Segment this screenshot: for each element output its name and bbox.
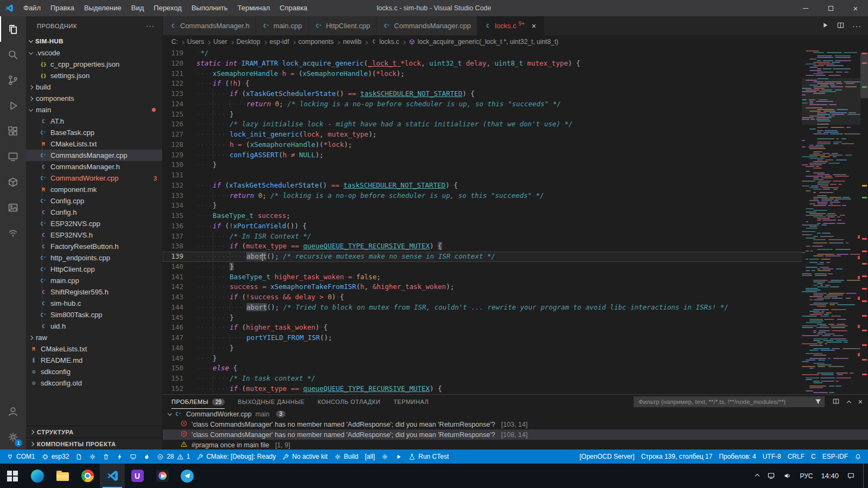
tree-file-CommandWorker.cpp[interactable]: C⁺CommandWorker.cpp3 <box>26 172 162 184</box>
cmake-kit[interactable]: No active kit <box>279 450 330 464</box>
activity-extensions-icon[interactable] <box>0 118 26 144</box>
activity-source-control-icon[interactable] <box>0 67 26 93</box>
tree-file-CommandsManager.h[interactable]: CCommandsManager.h <box>26 161 162 172</box>
menu-7[interactable]: Справка <box>275 0 312 16</box>
tree-file-ESP32NVS.h[interactable]: CESP32NVS.h <box>26 229 162 241</box>
tree-file-BaseTask.cpp[interactable]: C⁺BaseTask.cpp <box>26 127 162 138</box>
cmake-status[interactable]: CMake: [Debug]: Ready <box>193 450 279 464</box>
taskbar-edge[interactable] <box>25 464 50 488</box>
tree-file-settings.json[interactable]: {}settings.json <box>26 70 162 81</box>
monitor-device[interactable] <box>126 450 140 464</box>
breadcrumb-item[interactable]: Desktop <box>237 38 260 46</box>
close-button[interactable]: × <box>843 0 868 16</box>
activity-image-icon[interactable] <box>0 195 26 220</box>
editor-more-actions[interactable]: ··· <box>852 22 861 30</box>
menu-5[interactable]: Выполнить <box>187 0 233 16</box>
sidebar-section-0[interactable]: СТРУКТУРА <box>26 426 162 438</box>
tab-HttpClient.cpp[interactable]: C⁺HttpClient.cpp <box>309 16 377 35</box>
menu-6[interactable]: Терминал <box>233 0 275 16</box>
tree-file-ShiftRegister595.h[interactable]: CShiftRegister595.h <box>26 286 162 298</box>
activity-antenna-icon[interactable] <box>0 220 26 246</box>
problems-filter-input[interactable] <box>634 396 825 407</box>
cmake-settings[interactable] <box>378 450 392 464</box>
clock[interactable]: 14:40 <box>821 472 839 480</box>
taskbar-chrome[interactable] <box>75 464 100 488</box>
keyboard-layout[interactable]: РУС <box>800 472 813 480</box>
taskbar-u-app[interactable]: U <box>125 464 150 488</box>
eol[interactable]: CRLF <box>784 450 808 464</box>
problem-row[interactable]: 'class CommandsManager' has no member na… <box>163 429 868 440</box>
tree-file-Sim800Task.cpp[interactable]: C⁺Sim800Task.cpp <box>26 309 162 320</box>
volume-icon[interactable] <box>783 472 792 480</box>
device-target[interactable]: esp32 <box>39 450 73 464</box>
activity-search-icon[interactable] <box>0 42 26 67</box>
activity-run-debug-icon[interactable] <box>0 93 26 118</box>
tab-CommandsManager.h[interactable]: CCommandsManager.h <box>163 16 256 35</box>
tree-folder-build[interactable]: build <box>26 81 162 93</box>
panel-tab-КОНСОЛЬ ОТЛАДКИ[interactable]: КОНСОЛЬ ОТЛАДКИ <box>318 395 381 409</box>
menu-3[interactable]: Вид <box>126 0 149 16</box>
taskbar-file-explorer[interactable] <box>50 464 75 488</box>
more-actions-icon[interactable]: ··· <box>146 22 155 30</box>
action-center-icon[interactable] <box>847 472 855 480</box>
taskbar-media-player[interactable] <box>150 464 175 488</box>
breadcrumb-item[interactable]: User <box>213 38 227 46</box>
editor-scrollbar[interactable] <box>860 53 868 98</box>
tray-expand-icon[interactable] <box>755 473 760 478</box>
tree-file-http_endpoints.cpp[interactable]: C⁺http_endpoints.cpp <box>26 252 162 264</box>
tree-file-FactoryResetButton.h[interactable]: CFactoryResetButton.h <box>26 241 162 252</box>
tree-file-sdkconfig.old[interactable]: ⚙sdkconfig.old <box>26 377 162 389</box>
taskbar-start-button[interactable] <box>0 464 25 488</box>
tree-file-README.md[interactable]: ℹREADME.md <box>26 355 162 366</box>
problems-file-row[interactable]: C⁺CommandWorker.cppmain3 <box>163 409 868 419</box>
minimap[interactable] <box>802 48 860 394</box>
language-mode[interactable]: C <box>808 450 819 464</box>
breadcrumb-symbol[interactable]: lock_acquire_generic(_lock_t *, uint32_t… <box>409 38 559 46</box>
tree-file-CMakeLists.txt[interactable]: MCMakeLists.txt <box>26 138 162 150</box>
tree-folder-components[interactable]: components <box>26 93 162 104</box>
breadcrumb-file[interactable]: Clocks.c <box>371 38 399 46</box>
taskbar-telegram[interactable] <box>175 464 200 488</box>
run-file-button[interactable] <box>821 21 829 31</box>
breadcrumb-item[interactable]: C: <box>171 38 178 46</box>
display-tray-icon[interactable] <box>767 472 775 480</box>
tree-file-uid.h[interactable]: Cuid.h <box>26 320 162 332</box>
tree-file-AT.h[interactable]: CAT.h <box>26 115 162 127</box>
menuconfig[interactable] <box>86 450 99 464</box>
close-panel-button[interactable]: × <box>858 397 863 406</box>
maximize-panel-button[interactable] <box>847 398 851 406</box>
breadcrumb-item[interactable]: Users <box>187 38 204 46</box>
cmake-target[interactable]: [all] <box>362 450 379 464</box>
maximize-button[interactable] <box>818 0 843 16</box>
esp-idf-tools[interactable] <box>140 450 154 464</box>
tab-locks.c[interactable]: Clocks.c9+× <box>477 16 545 35</box>
close-tab-icon[interactable]: × <box>529 22 538 30</box>
breadcrumb-item[interactable]: components <box>298 38 334 46</box>
tree-folder-.vscode[interactable]: .vscode <box>26 47 162 59</box>
encoding[interactable]: UTF-8 <box>760 450 784 464</box>
workspace-root[interactable]: SIM-HUB <box>26 35 162 47</box>
ctest[interactable]: Run CTest <box>405 450 452 464</box>
serial-port[interactable]: COM1 <box>3 450 39 464</box>
tree-file-component.mk[interactable]: Mcomponent.mk <box>26 184 162 195</box>
show-desktop-button[interactable] <box>863 464 866 488</box>
tree-file-HttpClient.cpp[interactable]: C⁺HttpClient.cpp <box>26 264 162 275</box>
menu-2[interactable]: Выделение <box>79 0 126 16</box>
cursor-position[interactable]: Строка 139, столбец 17 <box>638 450 716 464</box>
cmake-build[interactable]: Build <box>331 450 362 464</box>
sidebar-section-1[interactable]: КОМПОНЕНТЫ ПРОЕКТА <box>26 438 162 450</box>
activity-files-icon[interactable] <box>0 16 26 42</box>
notifications[interactable] <box>851 450 865 464</box>
activity-account-icon[interactable] <box>0 399 26 424</box>
taskbar-vscode[interactable] <box>100 464 125 488</box>
panel-layout-button[interactable] <box>832 397 840 407</box>
problems-counter[interactable]: 281 <box>154 450 193 464</box>
problem-row[interactable]: 'class CommandsManager' has no member na… <box>163 419 868 429</box>
tree-file-Config.h[interactable]: CConfig.h <box>26 207 162 218</box>
indentation[interactable]: Пробелов: 4 <box>716 450 760 464</box>
minimize-button[interactable] <box>793 0 818 16</box>
full-clean[interactable] <box>99 450 113 464</box>
tree-file-c_cpp_properties.json[interactable]: {}c_cpp_properties.json <box>26 59 162 70</box>
tree-file-ESP32NVS.cpp[interactable]: C⁺ESP32NVS.cpp <box>26 218 162 229</box>
panel-tab-ПРОБЛЕМЫ[interactable]: ПРОБЛЕМЫ29 <box>171 395 225 409</box>
